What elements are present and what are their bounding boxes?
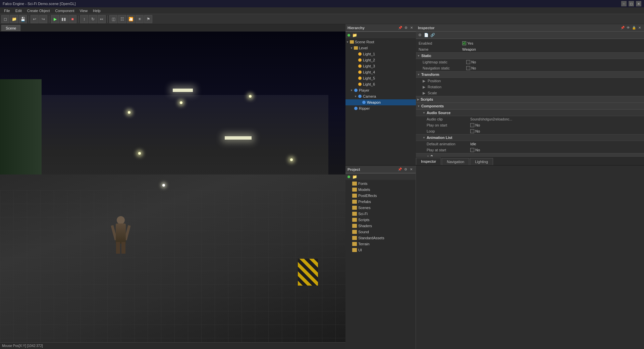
restore-button[interactable]: ◻	[629, 1, 634, 6]
tree-item-scene-root[interactable]: ▼ Scene Root	[345, 39, 416, 45]
camera-button[interactable]: 🎦	[127, 15, 135, 23]
close-button[interactable]: ✕	[636, 1, 641, 6]
menu-component[interactable]: Component	[53, 8, 77, 13]
inspector-close-icon[interactable]: ✕	[637, 26, 642, 30]
inspector-section-scripts[interactable]: ▶ Scripts	[416, 96, 644, 103]
scene-viewport[interactable]: Scene	[0, 24, 345, 349]
play-on-start-row: Play on start No	[416, 122, 644, 128]
lightmap-static-label: Lightmap static	[423, 60, 466, 64]
lightmap-static-checkbox[interactable]: No	[466, 60, 641, 64]
minimize-button[interactable]: −	[621, 1, 627, 6]
redo-button[interactable]: ↪	[39, 15, 47, 23]
snap-button[interactable]: ◫	[109, 15, 117, 23]
proj-item-scripts[interactable]: Scripts	[345, 217, 416, 223]
tree-icon-light6	[358, 82, 362, 87]
tree-item-camera[interactable]: ▼ Camera	[345, 93, 416, 99]
scale-expand-icon[interactable]: ▶	[423, 91, 425, 95]
tree-item-light2[interactable]: ▶ Light_2	[345, 57, 416, 63]
project-content[interactable]: Fonts Models PostEffects	[345, 180, 416, 349]
rotation-text: Rotation	[428, 85, 441, 89]
proj-item-shaders[interactable]: Shaders	[345, 223, 416, 229]
project-settings-icon[interactable]: ⚙	[403, 167, 408, 172]
translate-button[interactable]: ↕	[80, 15, 88, 23]
tree-item-light1[interactable]: ▶ Light_1	[345, 51, 416, 57]
inspector-toolbar-btn-1[interactable]: ⚙	[417, 33, 423, 38]
inspector-tab-navigation[interactable]: Navigation	[442, 158, 469, 165]
play-on-start-checkbox[interactable]: No	[470, 123, 641, 127]
animation-0-section[interactable]: ▼ 0	[416, 153, 644, 156]
pause-button[interactable]: ▮▮	[60, 15, 68, 23]
inspector-eye-icon[interactable]: 👁	[626, 26, 631, 30]
play-at-start-checkbox-box	[470, 148, 474, 152]
inspector-enabled-checkbox[interactable]: ✓ Yes	[462, 41, 641, 45]
position-expand-icon[interactable]: ▶	[423, 79, 425, 83]
proj-item-sound[interactable]: Sound	[345, 229, 416, 235]
proj-item-scenes[interactable]: Scenes	[345, 205, 416, 211]
tree-item-light3[interactable]: ▶ Light_3	[345, 63, 416, 69]
inspector-lock-icon[interactable]: 🔒	[632, 26, 636, 30]
inspector-section-animation-list[interactable]: ▼ Animation List	[416, 134, 644, 141]
proj-folder-icon-fonts	[352, 182, 357, 186]
inspector-tab-lighting[interactable]: Lighting	[470, 158, 493, 165]
proj-item-scifi[interactable]: Sci-Fi	[345, 211, 416, 217]
proj-item-prefabs[interactable]: Prefabs	[345, 199, 416, 205]
tree-item-player[interactable]: ▼ Player	[345, 87, 416, 93]
tree-label-light4: Light_4	[363, 70, 375, 74]
proj-item-fonts[interactable]: Fonts	[345, 181, 416, 187]
flag-button[interactable]: ⚑	[144, 15, 152, 23]
menu-edit[interactable]: Edit	[13, 8, 24, 13]
rotate-button[interactable]: ↻	[89, 15, 97, 23]
play-at-start-checkbox[interactable]: No	[470, 148, 641, 152]
new-button[interactable]: ◻	[1, 15, 9, 23]
hierarchy-content[interactable]: ▼ Scene Root ▼ Level	[345, 38, 416, 165]
menu-create-object[interactable]: Create Object	[24, 8, 53, 13]
proj-item-standardassets[interactable]: StandardAssets	[345, 235, 416, 241]
toolbar-sep-4	[107, 15, 108, 23]
scale-button[interactable]: ↢	[98, 15, 106, 23]
light-button[interactable]: ☀	[136, 15, 144, 23]
inspector-section-components[interactable]: ▼ Components	[416, 103, 644, 109]
inspector-toolbar-btn-2[interactable]: 📄	[424, 33, 429, 38]
inspector-tab-inspector[interactable]: Inspector	[416, 158, 441, 165]
project-close-icon[interactable]: ✕	[409, 167, 414, 172]
rotation-expand-icon[interactable]: ▶	[423, 85, 425, 89]
audio-loop-checkbox[interactable]: No	[470, 129, 641, 133]
tree-item-level[interactable]: ▼ Level	[345, 45, 416, 51]
play-button[interactable]: ▶	[51, 15, 59, 23]
open-button[interactable]: 📁	[10, 15, 18, 23]
tree-label-weapon: Weapon	[367, 100, 381, 104]
undo-button[interactable]: ↩	[31, 15, 39, 23]
tree-item-weapon[interactable]: ▶ Weapon	[345, 99, 416, 105]
inspector-section-audio-source[interactable]: ▼ Audio Source	[416, 109, 644, 116]
tree-item-ripper[interactable]: ▶ Ripper	[345, 105, 416, 111]
hierarchy-lock-icon[interactable]: 📌	[398, 26, 402, 30]
inspector-toolbar-btn-3[interactable]: 🔗	[430, 33, 435, 38]
light-orb-2	[249, 95, 252, 98]
tree-item-light4[interactable]: ▶ Light_4	[345, 69, 416, 75]
inspector-pin-icon[interactable]: 📌	[620, 26, 625, 30]
menu-file[interactable]: File	[1, 8, 13, 13]
scene-tab[interactable]: Scene	[1, 25, 20, 31]
hierarchy-settings-icon[interactable]: ⚙	[404, 26, 408, 30]
tree-item-light5[interactable]: ▶ Light_5	[345, 75, 416, 81]
project-pin-icon[interactable]: 📌	[397, 167, 402, 172]
proj-item-posteffects[interactable]: PostEffects	[345, 193, 416, 199]
stop-button[interactable]: ■	[68, 15, 76, 23]
proj-item-ui[interactable]: UI	[345, 247, 416, 253]
position-label: ▶ Position	[423, 79, 466, 83]
ceiling-light-2	[225, 136, 252, 140]
inspector-section-transform[interactable]: ▼ Transform	[416, 71, 644, 78]
proj-item-models[interactable]: Models	[345, 187, 416, 193]
inspector-section-static[interactable]: ▼ Static	[416, 52, 644, 59]
scene-canvas[interactable]	[0, 32, 345, 349]
inspector-title: Inspector	[418, 26, 435, 30]
proj-item-terrain[interactable]: Terrain	[345, 241, 416, 247]
scale-text: Scale	[428, 91, 437, 95]
navigation-static-checkbox[interactable]: No	[466, 66, 641, 70]
tree-item-light6[interactable]: ▶ Light_6	[345, 81, 416, 87]
menu-help[interactable]: Help	[90, 8, 103, 13]
hierarchy-close-icon[interactable]: ✕	[409, 26, 414, 30]
grid-button[interactable]: ☷	[118, 15, 126, 23]
menu-view[interactable]: View	[77, 8, 90, 13]
save-button[interactable]: 💾	[19, 15, 27, 23]
